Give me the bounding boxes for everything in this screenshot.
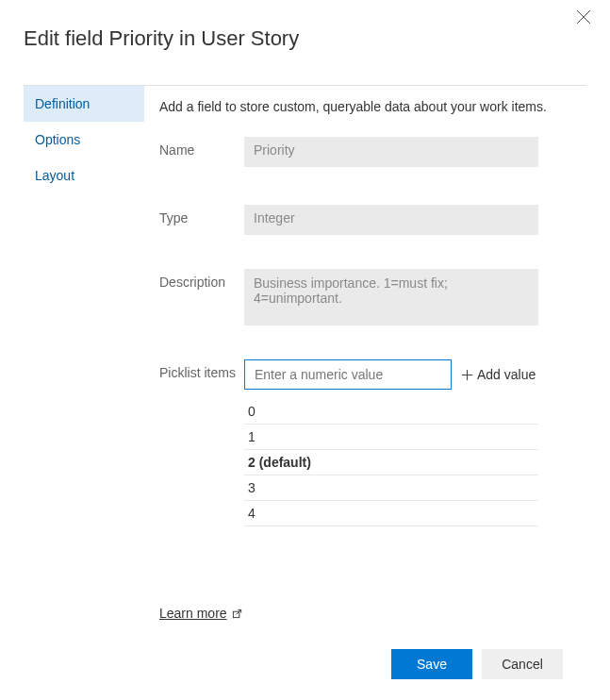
edit-field-dialog: Edit field Priority in User Story Defini… xyxy=(0,0,610,700)
tab-definition[interactable]: Definition xyxy=(24,86,144,122)
picklist-item[interactable]: 0 xyxy=(244,399,538,425)
type-field: Integer xyxy=(244,205,538,235)
external-link-icon xyxy=(232,608,242,619)
add-value-label: Add value xyxy=(477,367,536,382)
type-row: Type Integer xyxy=(159,205,586,235)
picklist-items: 0 1 2 (default) 3 4 xyxy=(244,399,538,526)
name-field: Priority xyxy=(244,137,538,167)
picklist-row: Picklist items Add value xyxy=(159,359,586,390)
plus-icon xyxy=(461,369,473,381)
cancel-button[interactable]: Cancel xyxy=(482,649,563,679)
picklist-label: Picklist items xyxy=(159,359,244,390)
description-label: Description xyxy=(159,269,244,325)
sidebar: Definition Options Layout xyxy=(24,86,144,636)
close-icon[interactable] xyxy=(576,9,591,25)
name-label: Name xyxy=(159,137,244,167)
picklist-item-default[interactable]: 2 (default) xyxy=(244,450,538,475)
dialog-title: Edit field Priority in User Story xyxy=(24,26,586,51)
picklist-controls: Add value xyxy=(244,359,536,390)
description-row: Description Business importance. 1=must … xyxy=(159,269,586,325)
save-button[interactable]: Save xyxy=(391,649,472,679)
spacer xyxy=(159,526,586,606)
name-row: Name Priority xyxy=(159,137,586,167)
content-row: Definition Options Layout Add a field to… xyxy=(24,85,586,636)
svg-line-5 xyxy=(236,609,240,614)
add-value-button[interactable]: Add value xyxy=(461,359,536,390)
picklist-item[interactable]: 4 xyxy=(244,501,538,526)
picklist-item[interactable]: 3 xyxy=(244,475,538,501)
tab-layout[interactable]: Layout xyxy=(24,158,144,193)
intro-text: Add a field to store custom, queryable d… xyxy=(159,99,586,114)
picklist-input[interactable] xyxy=(244,359,452,390)
tab-options[interactable]: Options xyxy=(24,122,144,158)
main-panel: Add a field to store custom, queryable d… xyxy=(144,86,586,636)
description-field: Business importance. 1=must fix; 4=unimp… xyxy=(244,269,538,325)
picklist-item[interactable]: 1 xyxy=(244,425,538,450)
type-label: Type xyxy=(159,205,244,235)
dialog-footer: Save Cancel xyxy=(24,636,586,700)
learn-more-label: Learn more xyxy=(159,606,227,621)
learn-more-link[interactable]: Learn more xyxy=(159,606,586,621)
